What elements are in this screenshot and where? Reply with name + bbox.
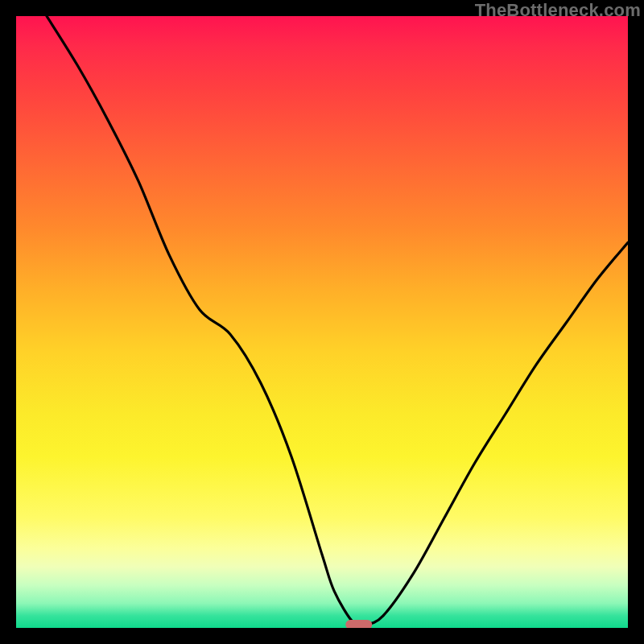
plot-area [16,16,628,628]
chart-frame: TheBottleneck.com [0,0,644,644]
optimum-marker [345,620,372,628]
background-gradient [16,16,628,628]
watermark-text: TheBottleneck.com [475,0,641,21]
